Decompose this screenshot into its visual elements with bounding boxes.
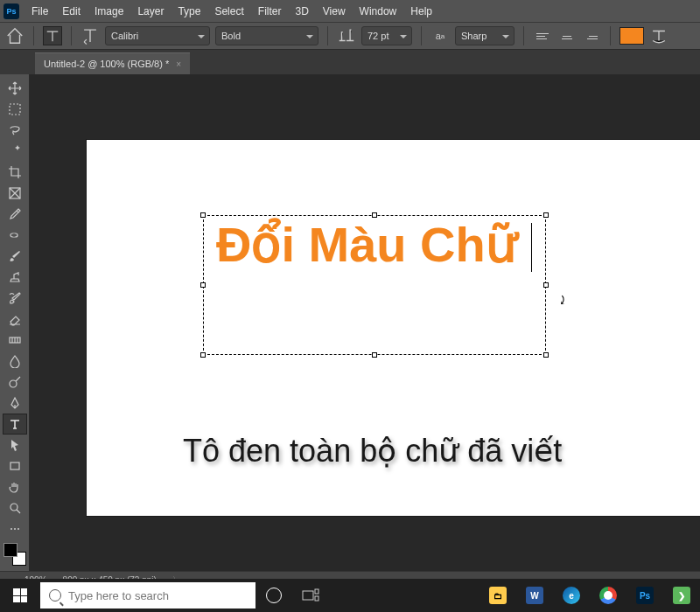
text-orientation-icon[interactable] xyxy=(80,26,100,45)
menu-3d[interactable]: 3D xyxy=(288,2,315,21)
handle-top-right[interactable] xyxy=(543,212,549,218)
magic-wand-tool[interactable] xyxy=(3,141,27,162)
frame-tool[interactable] xyxy=(3,183,27,204)
editable-text-orange[interactable]: Đổi Màu Chữ xyxy=(216,216,517,273)
separator xyxy=(523,26,524,45)
align-left-button[interactable] xyxy=(533,26,552,45)
warp-text-icon[interactable] xyxy=(649,26,668,45)
svg-point-9 xyxy=(18,528,19,530)
marquee-tool[interactable] xyxy=(3,99,27,120)
foreground-color-swatch[interactable] xyxy=(4,543,18,557)
edit-toolbar-button[interactable] xyxy=(3,518,27,539)
menu-window[interactable]: Window xyxy=(353,2,404,21)
handle-bottom-left[interactable] xyxy=(200,352,206,358)
separator xyxy=(71,26,72,45)
type-tool-preset-icon[interactable] xyxy=(43,26,62,45)
blur-tool[interactable] xyxy=(3,351,27,372)
start-button[interactable] xyxy=(0,579,40,612)
font-family-dropdown[interactable]: Calibri xyxy=(105,26,210,45)
search-placeholder: Type here to search xyxy=(68,589,169,602)
handle-middle-right[interactable] xyxy=(543,282,549,288)
svg-point-8 xyxy=(14,528,16,530)
document-tab-bar: Untitled-2 @ 100% (RGB/8) * × xyxy=(0,50,700,74)
home-icon[interactable] xyxy=(5,26,24,45)
camtasia-icon[interactable]: ❯ xyxy=(663,579,700,612)
task-view-icon[interactable] xyxy=(292,579,329,612)
separator xyxy=(33,26,34,45)
type-tool[interactable] xyxy=(3,414,27,435)
photoshop-taskbar-icon[interactable]: Ps xyxy=(626,579,663,612)
menu-select[interactable]: Select xyxy=(207,2,250,21)
chrome-icon[interactable] xyxy=(590,579,626,612)
clone-stamp-tool[interactable] xyxy=(3,267,27,288)
word-icon[interactable]: W xyxy=(516,579,553,612)
rotate-cursor-icon: ⤸ xyxy=(557,293,568,307)
svg-point-6 xyxy=(10,504,18,511)
handle-middle-left[interactable] xyxy=(200,282,206,288)
text-color-swatch[interactable] xyxy=(620,27,644,45)
eraser-tool[interactable] xyxy=(3,309,27,330)
tools-panel xyxy=(0,74,30,581)
svg-rect-12 xyxy=(315,596,318,601)
brush-tool[interactable] xyxy=(3,246,27,267)
path-selection-tool[interactable] xyxy=(3,435,27,456)
healing-tool[interactable] xyxy=(3,225,27,246)
zoom-tool[interactable] xyxy=(3,497,27,518)
separator xyxy=(610,26,611,45)
options-bar: Calibri Bold 72 pt aa Sharp xyxy=(0,22,700,50)
antialias-label-icon: aa xyxy=(430,26,450,45)
font-size-icon xyxy=(337,26,356,45)
history-brush-tool[interactable] xyxy=(3,288,27,309)
dodge-tool[interactable] xyxy=(3,372,27,393)
hand-tool[interactable] xyxy=(3,476,27,497)
svg-point-4 xyxy=(10,380,17,387)
windows-taskbar: Type here to search 🗀 W e Ps ❯ xyxy=(0,579,700,612)
menu-image[interactable]: Image xyxy=(88,2,130,21)
antialias-dropdown[interactable]: Sharp xyxy=(455,26,514,45)
menu-filter[interactable]: Filter xyxy=(251,2,289,21)
handle-bottom-middle[interactable] xyxy=(372,352,377,358)
windows-logo-icon xyxy=(13,588,27,602)
lasso-tool[interactable] xyxy=(3,120,27,141)
edge-icon[interactable]: e xyxy=(553,579,590,612)
svg-rect-0 xyxy=(10,104,20,115)
taskbar-search[interactable]: Type here to search xyxy=(40,582,256,609)
svg-point-7 xyxy=(10,528,12,530)
text-bounding-box[interactable]: Đổi Màu Chữ ⤸ xyxy=(203,215,546,355)
menu-layer[interactable]: Layer xyxy=(130,2,171,21)
move-tool[interactable] xyxy=(3,78,27,99)
document-canvas[interactable]: Đổi Màu Chữ ⤸ Tô đen toàn bộ chữ đã viết xyxy=(87,140,700,516)
menu-edit[interactable]: Edit xyxy=(55,2,88,21)
pen-tool[interactable] xyxy=(3,393,27,414)
font-weight-dropdown[interactable]: Bold xyxy=(215,26,318,45)
search-icon xyxy=(49,589,61,602)
svg-rect-11 xyxy=(315,589,318,594)
handle-bottom-right[interactable] xyxy=(543,352,549,358)
cortana-icon[interactable] xyxy=(266,588,282,603)
menu-type[interactable]: Type xyxy=(171,2,207,21)
menu-view[interactable]: View xyxy=(316,2,353,21)
menu-file[interactable]: File xyxy=(24,2,55,21)
svg-rect-5 xyxy=(10,462,19,469)
gradient-tool[interactable] xyxy=(3,330,27,351)
menu-bar: Ps File Edit Image Layer Type Select Fil… xyxy=(0,0,700,22)
separator xyxy=(421,26,422,45)
document-tab[interactable]: Untitled-2 @ 100% (RGB/8) * × xyxy=(35,52,190,74)
document-tab-label: Untitled-2 @ 100% (RGB/8) * xyxy=(44,59,169,69)
close-tab-icon[interactable]: × xyxy=(176,59,181,69)
eyedropper-tool[interactable] xyxy=(3,204,27,225)
font-size-dropdown[interactable]: 72 pt xyxy=(361,26,412,45)
align-right-button[interactable] xyxy=(582,26,601,45)
rectangle-tool[interactable] xyxy=(3,456,27,476)
svg-rect-10 xyxy=(303,591,313,600)
caption-text: Tô đen toàn bộ chữ đã viết xyxy=(183,433,562,469)
separator xyxy=(327,26,328,45)
align-center-button[interactable] xyxy=(557,26,577,45)
text-caret xyxy=(531,223,532,272)
foreground-background-colors[interactable] xyxy=(4,543,26,566)
file-explorer-icon[interactable]: 🗀 xyxy=(480,579,516,612)
canvas-area[interactable]: Đổi Màu Chữ ⤸ Tô đen toàn bộ chữ đã viết xyxy=(30,74,700,581)
handle-top-left[interactable] xyxy=(200,212,206,218)
crop-tool[interactable] xyxy=(3,162,27,183)
menu-help[interactable]: Help xyxy=(403,2,439,21)
